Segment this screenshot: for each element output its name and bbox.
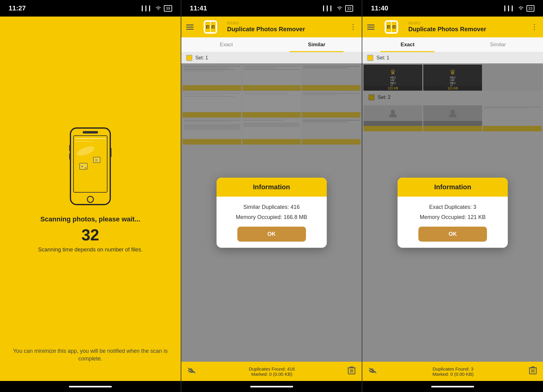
svg-rect-22: [213, 26, 214, 27]
modal-title-2: Information: [253, 183, 290, 191]
tabs-bar-3: Exact Similar: [362, 37, 543, 52]
modal-stat2-2: Memory Occupied: 166.8 MB: [223, 214, 321, 221]
hamburger-menu-2[interactable]: [186, 24, 194, 30]
svg-rect-10: [81, 166, 83, 167]
hamburger-line: [367, 27, 375, 28]
wifi-icon: [155, 5, 161, 11]
modal-title-3: Information: [434, 183, 471, 191]
svg-rect-4: [69, 145, 70, 151]
modal-stat2-3: Memory Occupied: 121 KB: [404, 214, 502, 221]
tab-exact-3[interactable]: Exact: [362, 37, 453, 52]
app-screen-2: remo Duplicate Photos Remover ⋮ Exact Si…: [181, 17, 362, 381]
app-header-3: remo Duplicate Photos Remover ⋮: [362, 17, 543, 37]
tab-exact-2[interactable]: Exact: [181, 37, 272, 52]
svg-rect-17: [208, 26, 209, 27]
home-bar-2: [250, 386, 293, 387]
marked-count-3: Marked: 0 (0.00 KB): [378, 371, 528, 377]
phone-illustration: ▲ 🖼: [66, 126, 115, 206]
modal-ok-button-3[interactable]: OK: [418, 227, 487, 242]
more-button-3[interactable]: ⋮: [531, 23, 538, 31]
delete-button-2[interactable]: [346, 365, 357, 378]
hamburger-line: [186, 24, 194, 25]
duplicates-found-2: Duplicates Found: 416: [197, 366, 347, 371]
svg-rect-0: [70, 128, 110, 205]
status-bar-2: 11:41 ▎▎▎ 33: [181, 0, 362, 17]
signal-icon-3: ▎▎▎: [504, 6, 515, 11]
svg-rect-30: [388, 27, 389, 28]
battery-icon-3: 33: [526, 5, 534, 12]
signal-icon: ▎▎▎: [142, 6, 153, 11]
status-bar-3: 11:40 ▎▎▎ 33: [362, 0, 543, 17]
set-label-3: Set: 1: [376, 55, 389, 61]
svg-rect-8: [75, 141, 93, 142]
svg-rect-2: [83, 131, 98, 134]
logo-cell: [205, 22, 210, 32]
duplicates-found-3: Duplicates Found: 3: [378, 366, 528, 371]
status-time-2: 11:41: [190, 4, 207, 12]
wifi-icon-3: [518, 5, 524, 11]
status-bar-1: 11:27 ▎▎▎ 39: [0, 0, 181, 17]
set-header-2: Set: 1: [181, 52, 362, 63]
status-time-3: 11:40: [371, 4, 388, 12]
logo-cell: [392, 22, 397, 32]
set-checkbox-2[interactable]: [186, 55, 192, 61]
app-logo-3: [385, 20, 398, 34]
header-title-group-3: remo Duplicate Photos Remover: [408, 21, 527, 33]
logo-cell: [386, 22, 391, 32]
delete-button-3[interactable]: [528, 365, 538, 378]
grid-content-3: ♛ NEJVÍPNEJSÍ 121 KB ♛ NEJVÍPNEJSÍ 121 K…: [362, 63, 543, 362]
modal-ok-button-2[interactable]: OK: [237, 227, 306, 242]
modal-header-3: Information: [398, 178, 508, 197]
app-screen-3: remo Duplicate Photos Remover ⋮ Exact Si…: [362, 17, 543, 381]
scanning-title: Scanning photos, please wait...: [40, 215, 140, 223]
svg-rect-1: [74, 136, 107, 192]
svg-rect-16: [207, 26, 208, 27]
svg-text:🖼: 🖼: [95, 159, 98, 162]
svg-rect-29: [389, 26, 390, 27]
home-bar-3: [431, 386, 474, 387]
svg-rect-19: [208, 27, 209, 28]
header-brand-2: remo: [227, 21, 346, 25]
eye-off-button-2[interactable]: [186, 365, 197, 377]
hamburger-menu-3[interactable]: [367, 24, 375, 30]
hamburger-icon-3[interactable]: [367, 24, 375, 30]
home-indicator-1: [0, 381, 181, 392]
svg-text:▲: ▲: [84, 166, 87, 169]
tabs-bar-2: Exact Similar: [181, 37, 362, 52]
hamburger-icon-2[interactable]: [186, 24, 194, 30]
svg-rect-35: [393, 27, 394, 28]
bottom-bar-info-3: Duplicates Found: 3 Marked: 0 (0.00 KB): [378, 366, 528, 377]
modal-body-3: Exact Duplicates: 3 Memory Occupied: 121…: [398, 197, 508, 248]
status-icons-3: ▎▎▎ 33: [504, 5, 534, 12]
modal-stat1-2: Similar Duplicates: 416: [223, 204, 321, 210]
header-title-group-2: remo Duplicate Photos Remover: [227, 21, 346, 33]
svg-rect-18: [207, 27, 208, 28]
svg-rect-33: [393, 26, 394, 27]
home-indicator-3: [362, 381, 543, 392]
eye-off-button-3[interactable]: [367, 365, 378, 377]
phone-panel-3: 11:40 ▎▎▎ 33: [362, 0, 543, 392]
svg-rect-34: [394, 26, 395, 27]
modal-header-2: Information: [217, 178, 327, 197]
svg-rect-21: [212, 26, 213, 27]
svg-rect-7: [75, 138, 106, 139]
tab-similar-2[interactable]: Similar: [272, 37, 362, 52]
info-modal-2: Information Similar Duplicates: 416 Memo…: [217, 178, 327, 248]
hamburger-line: [186, 27, 194, 28]
svg-rect-6: [110, 148, 111, 157]
modal-overlay-2: Information Similar Duplicates: 416 Memo…: [181, 63, 362, 362]
hamburger-line: [367, 24, 375, 25]
tab-similar-3[interactable]: Similar: [453, 37, 543, 52]
set-checkbox-3[interactable]: [367, 55, 373, 61]
header-title-3: Duplicate Photos Remover: [408, 25, 527, 33]
scanning-subtitle: Scanning time depends on number of files…: [38, 247, 142, 253]
svg-rect-28: [388, 26, 389, 27]
app-header-2: remo Duplicate Photos Remover ⋮: [181, 17, 362, 37]
logo-cell: [211, 22, 216, 32]
phone-panel-1: 11:27 ▎▎▎ 39: [0, 0, 181, 392]
grid-content-2: Information Similar Duplicates: 416 Memo…: [181, 63, 362, 362]
wifi-icon-2: [337, 5, 343, 11]
scanning-screen: ▲ 🖼 Scanning photos, please wait... 32 S…: [0, 17, 181, 381]
more-button-2[interactable]: ⋮: [349, 23, 357, 31]
info-modal-3: Information Exact Duplicates: 3 Memory O…: [398, 178, 508, 248]
